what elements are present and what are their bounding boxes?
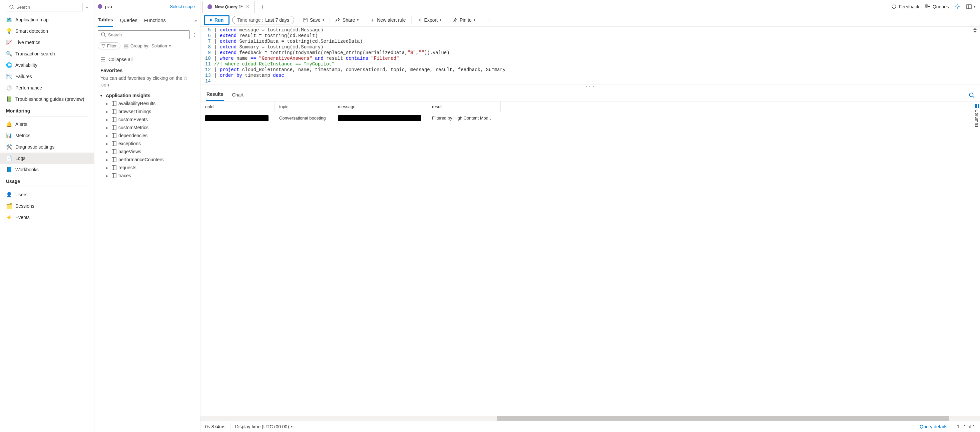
status-bar: 0s 874ms Display time (UTC+00:00) ▾ Quer… [200, 421, 980, 432]
display-time-dropdown[interactable]: Display time (UTC+00:00) ▾ [235, 424, 293, 429]
nav-icon: 💡 [6, 28, 12, 34]
tree-table-customEvents[interactable]: ▸customEvents [105, 115, 196, 124]
horizontal-scrollbar[interactable] [200, 416, 980, 421]
nav-item-sessions[interactable]: 🗂️Sessions [0, 200, 94, 212]
query-details-link[interactable]: Query details [920, 424, 947, 429]
queries-button[interactable]: Queries [925, 4, 949, 10]
nav-item-live-metrics[interactable]: 📈Live metrics [0, 37, 94, 48]
nav-section-usage: Usage [0, 175, 94, 186]
svg-line-1 [13, 8, 14, 10]
nav-label: Metrics [15, 133, 30, 138]
query-tab-active[interactable]: New Query 1* × [202, 1, 255, 13]
caret-down-icon: ▾ [100, 94, 104, 97]
nav-item-logs[interactable]: 📄Logs [0, 153, 94, 164]
save-button[interactable]: Save ▾ [300, 16, 327, 24]
new-alert-button[interactable]: ＋ New alert rule [367, 16, 408, 24]
query-editor[interactable]: 567891011121314 | extend message = tostr… [200, 27, 980, 84]
columns-rail[interactable]: Columns [973, 102, 980, 416]
nav-item-availability[interactable]: 🌐Availability [0, 59, 94, 71]
nav-label: Availability [15, 62, 37, 68]
status-paging: 1 - 1 of 1 [957, 424, 975, 429]
nav-item-workbooks[interactable]: 📘Workbooks [0, 164, 94, 175]
tree-table-availabilityResults[interactable]: ▸availabilityResults [105, 99, 196, 107]
panel-layout-icon[interactable]: ▾ [966, 4, 975, 10]
chevron-down-icon: ▾ [169, 44, 171, 48]
resize-handle[interactable]: • • • [200, 84, 980, 89]
svg-rect-7 [926, 5, 927, 6]
col-header-onid[interactable]: onId [200, 102, 275, 112]
nav-item-application-map[interactable]: 🗺️Application map [0, 14, 94, 26]
groupby-dropdown[interactable]: Group by: Solution ▾ [124, 43, 171, 48]
query-area: New Query 1* × ＋ Feedback Queries [200, 0, 980, 432]
search-icon [101, 32, 106, 37]
schema-more-icon[interactable]: ⋮ [192, 32, 197, 37]
select-scope-link[interactable]: Select scope [170, 4, 195, 9]
collapse-schema-icon[interactable]: « [194, 18, 197, 23]
share-button[interactable]: Share ▾ [332, 16, 361, 24]
tree-table-requests[interactable]: ▸requests [105, 164, 196, 172]
nav-icon: 🗺️ [6, 17, 12, 23]
nav-item-failures[interactable]: 📉Failures [0, 71, 94, 82]
collapse-sidebar-icon[interactable]: « [85, 3, 90, 11]
svg-rect-6 [124, 47, 128, 48]
col-header-result[interactable]: result [427, 102, 501, 112]
schema-search-input[interactable] [108, 32, 187, 37]
nav-item-users[interactable]: 👤Users [0, 189, 94, 200]
tree-table-customMetrics[interactable]: ▸customMetrics [105, 124, 196, 132]
tree-table-performanceCounters[interactable]: ▸performanceCounters [105, 156, 196, 164]
results-tab-results[interactable]: Results [206, 89, 224, 101]
chevron-down-icon: ▾ [291, 425, 293, 428]
nav-label: Failures [15, 74, 32, 79]
results-search-icon[interactable] [969, 92, 975, 98]
filter-button[interactable]: Filter [98, 42, 121, 49]
tree-table-pageViews[interactable]: ▸pageViews [105, 148, 196, 156]
svg-line-3 [104, 36, 106, 37]
col-header-topic[interactable]: topic [275, 102, 333, 112]
nav-item-events[interactable]: ⚡Events [0, 212, 94, 223]
tree-table-traces[interactable]: ▸traces [105, 172, 196, 180]
tree-label: browserTimings [118, 109, 151, 114]
new-tab-button[interactable]: ＋ [256, 1, 269, 13]
nav-item-smart-detection[interactable]: 💡Smart detection [0, 26, 94, 37]
collapse-all-button[interactable]: Collapse all [99, 55, 196, 64]
nav-icon: 🗂️ [6, 203, 12, 209]
col-header-message[interactable]: message [333, 102, 427, 112]
nav-item-troubleshooting-guides-preview-[interactable]: 📗Troubleshooting guides (preview) [0, 94, 94, 105]
caret-right-icon: ▸ [107, 150, 110, 153]
cell-topic: Conversational boosting [275, 115, 333, 121]
time-range-picker[interactable]: Time range : Last 7 days [232, 16, 294, 24]
results-grid[interactable]: onId topic message result Conversational… [200, 102, 973, 416]
caret-right-icon: ▸ [107, 158, 110, 162]
schema-tab-functions[interactable]: Functions [144, 15, 166, 26]
schema-search[interactable] [98, 30, 190, 39]
expand-editor-icon[interactable] [973, 28, 977, 33]
feedback-button[interactable]: Feedback [891, 4, 919, 10]
toolbar-more-icon[interactable]: ⋯ [484, 16, 494, 24]
cell-message [338, 115, 421, 121]
nav-item-diagnostic-settings[interactable]: 🛠️Diagnostic settings [0, 141, 94, 153]
share-label: Share [342, 18, 355, 23]
settings-icon[interactable] [955, 4, 960, 10]
nav-item-performance[interactable]: ⏱️Performance [0, 82, 94, 94]
export-button[interactable]: Export ▾ [414, 16, 444, 24]
table-row[interactable]: Conversational boosting Filtered by High… [200, 112, 973, 124]
sidebar-search[interactable] [6, 3, 83, 11]
pin-button[interactable]: Pin to ▾ [450, 16, 478, 24]
tree-table-browserTimings[interactable]: ▸browserTimings [105, 107, 196, 115]
schema-tab-queries[interactable]: Queries [120, 15, 137, 26]
tree-table-exceptions[interactable]: ▸exceptions [105, 140, 196, 148]
tree-table-dependencies[interactable]: ▸dependencies [105, 132, 196, 140]
nav-item-metrics[interactable]: 📊Metrics [0, 130, 94, 141]
sidebar-search-input[interactable] [16, 5, 80, 10]
grid-header-row: onId topic message result [200, 102, 973, 112]
editor-code[interactable]: | extend message = tostring(cd.Message)|… [214, 27, 980, 84]
nav-item-transaction-search[interactable]: 🔍Transaction search [0, 48, 94, 59]
close-tab-icon[interactable]: × [245, 4, 250, 10]
results-tab-chart[interactable]: Chart [231, 89, 244, 101]
more-icon[interactable]: ⋯ [188, 18, 192, 23]
tab-label: New Query 1* [215, 4, 243, 10]
run-button[interactable]: Run [204, 15, 229, 25]
nav-item-alerts[interactable]: 🔔Alerts [0, 118, 94, 130]
schema-tab-tables[interactable]: Tables [98, 15, 113, 27]
tree-root-application-insights[interactable]: ▾ Application Insights [99, 91, 196, 99]
